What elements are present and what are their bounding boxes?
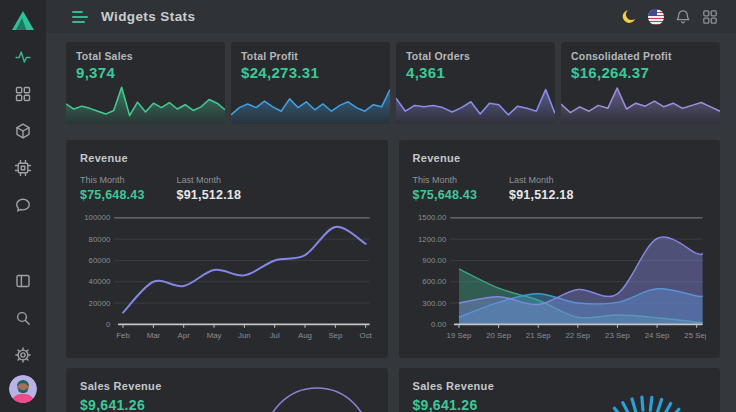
dashboard-page: Widgets Stats Total Sales <box>0 0 736 412</box>
svg-text:Feb: Feb <box>116 331 130 340</box>
stat-value: 9,374 <box>76 64 215 81</box>
stat-card-total-sales: Total Sales 9,374 <box>66 42 225 124</box>
last-month-value: $91,512.18 <box>177 188 242 202</box>
svg-text:Mar: Mar <box>147 331 161 340</box>
stat-cards-row: Total Sales 9,374 Total Profit $24,273.3… <box>66 42 720 124</box>
stat-label: Total Profit <box>241 50 380 62</box>
consolidated-profit-sparkline-chart <box>561 82 720 124</box>
revenue-area-chart: 1500.001200.00900.00600.00300.000.0019 S… <box>413 208 707 350</box>
svg-text:Sep: Sep <box>328 331 343 340</box>
sidebar-item-system[interactable] <box>0 149 46 186</box>
tick-gauge-chart <box>584 378 704 412</box>
triangle-logo-icon <box>11 10 35 31</box>
language-selector[interactable] <box>647 8 664 25</box>
apps-grid-icon <box>702 9 718 25</box>
svg-text:23 Sep: 23 Sep <box>605 331 630 340</box>
revenue-area-card: Revenue This Month $75,648.43 Last Month… <box>399 140 721 358</box>
stat-label: Total Sales <box>76 50 215 62</box>
user-avatar[interactable] <box>9 375 37 403</box>
svg-text:Jul: Jul <box>270 331 280 340</box>
stat-card-consolidated-profit: Consolidated Profit $16,264.37 <box>561 42 720 124</box>
revenue-cards-row: Revenue This Month $75,648.43 Last Month… <box>66 140 720 358</box>
svg-text:100000: 100000 <box>84 213 111 222</box>
dark-mode-toggle[interactable] <box>620 8 637 25</box>
svg-text:20000: 20000 <box>89 298 111 307</box>
card-title: Revenue <box>80 152 374 164</box>
revenue-line-chart: 020000400006000080000100000FebMarAprMayJ… <box>80 208 374 350</box>
sales-revenue-card-left: Sales Revenue $9,641.26 <box>66 368 388 412</box>
svg-text:19 Sep: 19 Sep <box>446 331 471 340</box>
layout-icon <box>15 273 31 289</box>
revenue-line-card: Revenue This Month $75,648.43 Last Month… <box>66 140 388 358</box>
main-content: Total Sales 9,374 Total Profit $24,273.3… <box>46 33 736 412</box>
notifications-button[interactable] <box>674 8 691 25</box>
svg-text:600.00: 600.00 <box>422 277 447 286</box>
avatar-image <box>9 375 37 403</box>
top-header: Widgets Stats <box>46 0 736 33</box>
svg-text:300.00: 300.00 <box>422 298 447 307</box>
svg-text:20 Sep: 20 Sep <box>486 331 511 340</box>
this-month-label: This Month <box>413 175 478 185</box>
this-month-value: $75,648.43 <box>80 188 145 202</box>
bell-icon <box>675 9 691 25</box>
svg-text:21 Sep: 21 Sep <box>525 331 550 340</box>
svg-text:1500.00: 1500.00 <box>418 213 447 222</box>
stat-label: Consolidated Profit <box>571 50 710 62</box>
stat-value: $24,273.31 <box>241 64 380 81</box>
page-title: Widgets Stats <box>101 9 195 24</box>
svg-text:0.00: 0.00 <box>431 320 447 329</box>
svg-text:Apr: Apr <box>178 331 191 340</box>
revenue-summary: This Month $75,648.43 Last Month $91,512… <box>413 175 707 202</box>
svg-text:25 Sep: 25 Sep <box>684 331 706 340</box>
activity-icon <box>15 49 31 65</box>
last-month-label: Last Month <box>177 175 242 185</box>
svg-text:40000: 40000 <box>89 277 111 286</box>
last-month-value: $91,512.18 <box>509 188 574 202</box>
header-actions <box>620 8 718 25</box>
sidebar <box>0 0 46 412</box>
sales-revenue-card-right: Sales Revenue $9,641.26 <box>399 368 721 412</box>
package-icon <box>15 123 31 139</box>
svg-text:Aug: Aug <box>298 331 312 340</box>
svg-text:0: 0 <box>106 320 111 329</box>
svg-text:Oct: Oct <box>360 331 373 340</box>
sidebar-item-activity[interactable] <box>0 38 46 75</box>
last-month-label: Last Month <box>509 175 574 185</box>
app-logo[interactable] <box>11 2 35 38</box>
stat-value: $16,264.37 <box>571 64 710 81</box>
svg-text:May: May <box>207 331 222 340</box>
svg-text:Jun: Jun <box>238 331 251 340</box>
stat-card-total-profit: Total Profit $24,273.31 <box>231 42 390 124</box>
total-profit-sparkline-chart <box>231 82 390 124</box>
this-month-value: $75,648.43 <box>413 188 478 202</box>
stat-label: Total Orders <box>406 50 545 62</box>
stat-value: 4,361 <box>406 64 545 81</box>
chat-icon <box>15 197 31 213</box>
sidebar-item-packages[interactable] <box>0 112 46 149</box>
sales-cards-row: Sales Revenue $9,641.26 Sales Revenue $9… <box>66 368 720 412</box>
gear-icon <box>15 347 31 363</box>
svg-text:60000: 60000 <box>89 256 111 265</box>
svg-text:24 Sep: 24 Sep <box>644 331 669 340</box>
sidebar-item-search[interactable] <box>0 299 46 336</box>
sidebar-item-settings[interactable] <box>0 336 46 373</box>
card-title: Revenue <box>413 152 707 164</box>
cpu-icon <box>15 160 31 176</box>
total-orders-sparkline-chart <box>396 82 555 124</box>
apps-menu-button[interactable] <box>701 8 718 25</box>
svg-text:1200.00: 1200.00 <box>418 235 447 244</box>
moon-icon <box>621 9 637 25</box>
svg-text:900.00: 900.00 <box>422 256 447 265</box>
revenue-summary: This Month $75,648.43 Last Month $91,512… <box>80 175 374 202</box>
sidebar-item-dashboard[interactable] <box>0 75 46 112</box>
grid-icon <box>15 86 31 102</box>
us-flag-icon <box>648 9 664 25</box>
stat-card-total-orders: Total Orders 4,361 <box>396 42 555 124</box>
svg-text:80000: 80000 <box>89 235 111 244</box>
total-sales-sparkline-chart <box>66 82 225 124</box>
search-icon <box>15 310 31 326</box>
sidebar-item-messages[interactable] <box>0 186 46 223</box>
sidebar-item-layout[interactable] <box>0 262 46 299</box>
menu-toggle-icon[interactable] <box>72 11 88 23</box>
sidebar-bottom-group <box>0 262 46 412</box>
